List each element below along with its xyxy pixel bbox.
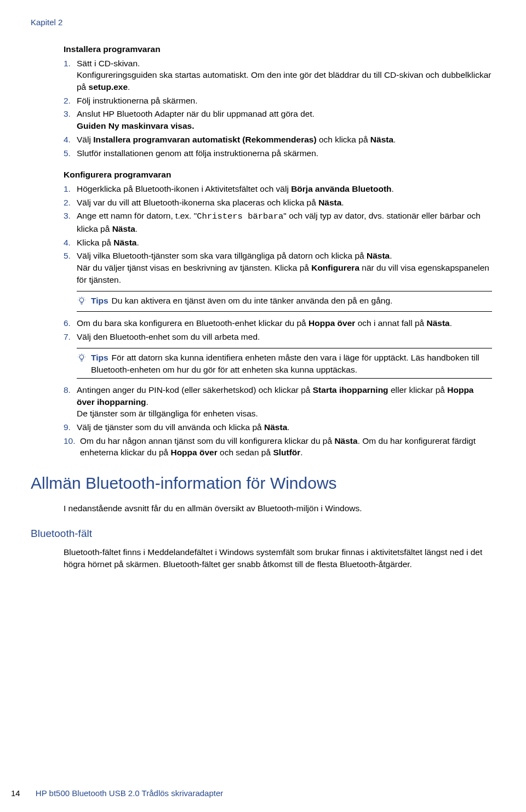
step-bold: Nästa xyxy=(367,251,390,260)
main-content: Installera programvaran 1. Sätt i CD-ski… xyxy=(64,43,492,459)
page-footer: 14 HP bt500 Bluetooth USB 2.0 Trådlös sk… xyxy=(11,787,223,799)
tip-rule xyxy=(77,291,492,291)
tip-rule xyxy=(77,311,492,312)
step-text: Konfigureringsguiden ska startas automat… xyxy=(77,70,491,92)
step-mono: Christers bärbara xyxy=(197,211,283,221)
step-text: . xyxy=(136,238,139,247)
step-text: De tjänster som är tillgängliga för enhe… xyxy=(77,409,258,418)
step-text: Antingen anger du PIN-kod (eller säkerhe… xyxy=(77,385,313,394)
svg-point-0 xyxy=(79,298,84,302)
step-text: Följ instruktionerna på skärmen. xyxy=(77,96,198,105)
step-text: Ange ett namn för datorn, t.ex. " xyxy=(77,211,197,220)
lightbulb-icon xyxy=(77,296,87,309)
step-text: eller klickar på xyxy=(388,385,448,394)
step-bold: Nästa xyxy=(426,318,449,328)
main-heading: Allmän Bluetooth-information för Windows xyxy=(31,472,495,495)
configure-step-2: 2. Välj var du vill att Bluetooth-ikoner… xyxy=(64,197,492,209)
configure-steps: 1. Högerklicka på Bluetooth-ikonen i Akt… xyxy=(64,183,492,459)
step-bold: Installera programvaran automatiskt (Rek… xyxy=(93,135,316,144)
step-bold: Nästa xyxy=(264,422,287,432)
configure-step-3: 3. Ange ett namn för datorn, t.ex. "Chri… xyxy=(64,210,492,235)
step-text: Om du har någon annan tjänst som du vill… xyxy=(80,436,334,445)
step-text: . xyxy=(287,422,289,432)
install-steps: 1. Sätt i CD-skivan. Konfigureringsguide… xyxy=(64,58,492,159)
step-bold: setup.exe xyxy=(89,82,128,92)
tip-body: För att datorn ska kunna identifiera enh… xyxy=(91,353,479,374)
page-number: 14 xyxy=(11,788,20,798)
step-bold: Konfigurera xyxy=(311,263,359,272)
install-step-3: 3. Anslut HP Bluetooth Adapter när du bl… xyxy=(64,108,492,131)
tip-text: TipsDu kan aktivera en tjänst även om du… xyxy=(91,295,392,307)
step-text: Anslut HP Bluetooth Adapter när du blir … xyxy=(77,109,315,118)
configure-step-6: 6. Om du bara ska konfigurera en Bluetoo… xyxy=(64,317,492,329)
step-text: . xyxy=(390,251,392,260)
configure-step-4: 4. Klicka på Nästa. xyxy=(64,237,492,249)
step-text: . xyxy=(135,224,138,233)
tip-block: TipsDu kan aktivera en tjänst även om du… xyxy=(77,291,492,312)
step-text: . xyxy=(146,397,148,407)
tip-rule xyxy=(77,348,492,348)
step-text: Välj den Bluetooth-enhet som du vill arb… xyxy=(77,332,260,341)
chapter-label: Kapitel 2 xyxy=(31,16,495,28)
step-bold: Nästa xyxy=(318,198,341,207)
step-bold: Starta ihopparning xyxy=(313,385,388,394)
svg-point-1 xyxy=(79,355,84,359)
step-text: och sedan på xyxy=(218,448,273,457)
step-number: 4. xyxy=(64,134,71,146)
step-number: 5. xyxy=(64,147,71,159)
step-text: Välj vilka Bluetooth-tjänster som ska va… xyxy=(77,251,367,260)
install-heading: Installera programvaran xyxy=(64,43,492,55)
step-text: och i annat fall på xyxy=(355,318,426,328)
step-bold: Börja använda Bluetooth xyxy=(291,184,391,193)
step-number: 1. xyxy=(64,58,71,70)
step-text: . xyxy=(128,82,130,92)
step-number: 7. xyxy=(64,331,71,343)
step-text: Välj var du vill att Bluetooth-ikonerna … xyxy=(77,198,318,207)
step-text: Slutför installationen genom att följa i… xyxy=(77,148,318,158)
tip-text: TipsFör att datorn ska kunna identifiera… xyxy=(91,352,492,375)
configure-step-10: 10. Om du har någon annan tjänst som du … xyxy=(64,435,492,459)
step-text: . xyxy=(300,448,302,457)
step-number: 10. xyxy=(64,435,76,447)
step-number: 8. xyxy=(64,384,71,396)
tip-block: TipsFör att datorn ska kunna identifiera… xyxy=(77,348,492,378)
install-step-4: 4. Välj Installera programvaran automati… xyxy=(64,134,492,146)
step-text: . xyxy=(450,318,452,328)
step-bold: Nästa xyxy=(334,436,357,445)
main-para: I nedanstående avsnitt får du en allmän … xyxy=(64,502,492,514)
step-text: Välj xyxy=(77,135,93,144)
step-bold: Slutför xyxy=(273,448,300,457)
step-text: Om du bara ska konfigurera en Bluetooth-… xyxy=(77,318,308,328)
step-text: Välj de tjänster som du vill använda och… xyxy=(77,422,264,432)
step-number: 4. xyxy=(64,237,71,249)
configure-step-9: 9. Välj de tjänster som du vill använda … xyxy=(64,421,492,433)
step-text: . xyxy=(392,184,394,193)
lightbulb-icon xyxy=(77,353,87,366)
tip-body: Du kan aktivera en tjänst även om du int… xyxy=(112,296,393,305)
step-bold: Nästa xyxy=(113,238,136,247)
step-text: . xyxy=(393,135,396,144)
tip-label: Tips xyxy=(91,353,108,362)
sub-heading: Bluetooth-fält xyxy=(31,527,495,541)
step-number: 9. xyxy=(64,421,71,433)
step-text: Högerklicka på Bluetooth-ikonen i Aktivi… xyxy=(77,184,291,193)
sub-body: Bluetooth-fältet finns i Meddelandefälte… xyxy=(64,546,492,570)
configure-heading: Konfigurera programvaran xyxy=(64,169,492,181)
step-number: 5. xyxy=(64,250,71,262)
step-number: 6. xyxy=(64,317,71,329)
step-bold: Hoppa över xyxy=(308,318,355,328)
install-step-1: 1. Sätt i CD-skivan. Konfigureringsguide… xyxy=(64,58,492,93)
step-number: 2. xyxy=(64,95,71,107)
tip-label: Tips xyxy=(91,296,108,305)
configure-step-7: 7. Välj den Bluetooth-enhet som du vill … xyxy=(64,331,492,379)
step-text: och klicka på xyxy=(317,135,370,144)
install-step-5: 5. Slutför installationen genom att följ… xyxy=(64,147,492,159)
step-number: 2. xyxy=(64,197,71,209)
step-text: När du väljer tjänst visas en beskrivnin… xyxy=(77,263,311,272)
main-intro: I nedanstående avsnitt får du en allmän … xyxy=(64,502,492,514)
step-bold: Hoppa över xyxy=(170,448,217,457)
step-text: . xyxy=(341,198,344,207)
sub-para: Bluetooth-fältet finns i Meddelandefälte… xyxy=(64,546,492,570)
step-bold: Nästa xyxy=(370,135,393,144)
step-number: 3. xyxy=(64,210,71,222)
